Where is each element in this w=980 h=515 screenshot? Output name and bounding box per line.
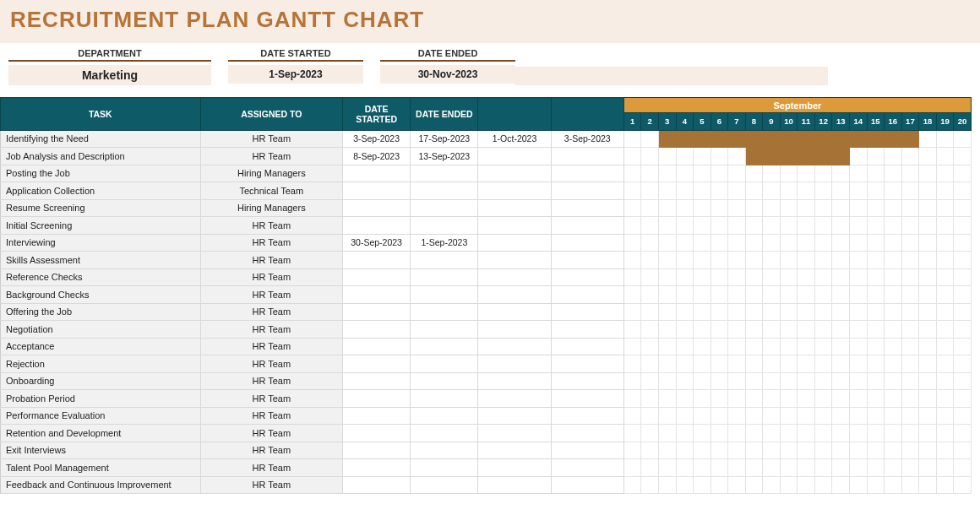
gantt-day-cell[interactable] bbox=[849, 321, 867, 339]
gantt-day-cell[interactable] bbox=[936, 390, 954, 408]
cell-date-started[interactable] bbox=[343, 442, 411, 459]
gantt-day-cell[interactable] bbox=[623, 234, 641, 252]
gantt-day-cell[interactable] bbox=[901, 199, 919, 217]
cell-extra2[interactable] bbox=[551, 321, 623, 339]
gantt-day-cell[interactable] bbox=[676, 268, 694, 286]
gantt-day-cell[interactable] bbox=[780, 372, 798, 390]
gantt-day-cell[interactable] bbox=[885, 165, 902, 182]
gantt-day-cell[interactable] bbox=[728, 407, 746, 425]
gantt-day-cell[interactable] bbox=[745, 130, 763, 148]
gantt-day-cell[interactable] bbox=[745, 407, 763, 425]
gantt-day-cell[interactable] bbox=[763, 407, 781, 425]
cell-extra1[interactable] bbox=[478, 217, 551, 235]
gantt-day-cell[interactable] bbox=[849, 217, 867, 235]
cell-extra1[interactable] bbox=[478, 372, 551, 390]
gantt-day-cell[interactable] bbox=[780, 476, 798, 494]
gantt-day-cell[interactable] bbox=[658, 407, 676, 425]
meta-value-department[interactable]: Marketing bbox=[8, 65, 211, 85]
gantt-day-cell[interactable] bbox=[954, 130, 972, 148]
gantt-day-cell[interactable] bbox=[919, 321, 937, 339]
cell-extra1[interactable] bbox=[478, 476, 551, 494]
cell-date-started[interactable] bbox=[343, 303, 411, 321]
gantt-day-cell[interactable] bbox=[814, 476, 832, 494]
table-row[interactable]: Identifying the NeedHR Team3-Sep-202317-… bbox=[1, 130, 972, 148]
gantt-day-cell[interactable] bbox=[901, 148, 919, 165]
gantt-day-cell[interactable] bbox=[885, 182, 902, 200]
gantt-day-cell[interactable] bbox=[814, 268, 832, 286]
gantt-day-cell[interactable] bbox=[780, 355, 798, 373]
gantt-day-cell[interactable] bbox=[710, 217, 728, 235]
gantt-day-cell[interactable] bbox=[936, 355, 954, 373]
gantt-day-cell[interactable] bbox=[901, 234, 919, 252]
gantt-day-cell[interactable] bbox=[676, 338, 694, 355]
table-row[interactable]: Initial ScreeningHR Team bbox=[1, 217, 972, 235]
gantt-day-cell[interactable] bbox=[745, 338, 763, 355]
cell-task[interactable]: Acceptance bbox=[1, 338, 201, 355]
gantt-day-cell[interactable] bbox=[919, 165, 937, 182]
cell-task[interactable]: Application Collection bbox=[1, 182, 201, 200]
gantt-day-cell[interactable] bbox=[885, 338, 902, 355]
gantt-day-cell[interactable] bbox=[832, 407, 850, 425]
gantt-day-cell[interactable] bbox=[676, 372, 694, 390]
gantt-day-cell[interactable] bbox=[641, 252, 659, 269]
gantt-day-cell[interactable] bbox=[919, 338, 937, 355]
gantt-day-cell[interactable] bbox=[676, 303, 694, 321]
gantt-day-cell[interactable] bbox=[763, 268, 781, 286]
gantt-day-cell[interactable] bbox=[849, 234, 867, 252]
gantt-day-cell[interactable] bbox=[676, 476, 694, 494]
gantt-day-cell[interactable] bbox=[832, 476, 850, 494]
gantt-day-cell[interactable] bbox=[814, 303, 832, 321]
gantt-day-cell[interactable] bbox=[658, 217, 676, 235]
gantt-day-cell[interactable] bbox=[832, 321, 850, 339]
gantt-day-cell[interactable] bbox=[710, 476, 728, 494]
table-row[interactable]: Background ChecksHR Team bbox=[1, 286, 972, 304]
table-row[interactable]: NegotiationHR Team bbox=[1, 321, 972, 339]
cell-assigned[interactable]: HR Team bbox=[200, 252, 342, 269]
cell-extra2[interactable] bbox=[551, 234, 623, 252]
cell-date-ended[interactable] bbox=[411, 390, 478, 408]
gantt-day-cell[interactable] bbox=[849, 476, 867, 494]
gantt-day-cell[interactable] bbox=[728, 321, 746, 339]
cell-assigned[interactable]: HR Team bbox=[200, 476, 342, 494]
gantt-day-cell[interactable] bbox=[676, 217, 694, 235]
cell-extra1[interactable] bbox=[478, 390, 551, 408]
gantt-day-cell[interactable] bbox=[814, 338, 832, 355]
gantt-day-cell[interactable] bbox=[885, 303, 902, 321]
cell-assigned[interactable]: HR Team bbox=[200, 338, 342, 355]
cell-extra1[interactable] bbox=[478, 425, 551, 442]
gantt-day-cell[interactable] bbox=[658, 182, 676, 200]
gantt-day-cell[interactable] bbox=[694, 321, 711, 339]
gantt-day-cell[interactable] bbox=[849, 338, 867, 355]
gantt-day-cell[interactable] bbox=[919, 459, 937, 477]
cell-date-ended[interactable] bbox=[411, 182, 478, 200]
gantt-day-cell[interactable] bbox=[763, 252, 781, 269]
cell-task[interactable]: Exit Interviews bbox=[1, 442, 201, 459]
gantt-day-cell[interactable] bbox=[745, 182, 763, 200]
gantt-day-cell[interactable] bbox=[763, 165, 781, 182]
gantt-day-cell[interactable] bbox=[763, 182, 781, 200]
gantt-day-cell[interactable] bbox=[936, 165, 954, 182]
gantt-day-cell[interactable] bbox=[849, 372, 867, 390]
cell-extra1[interactable] bbox=[478, 182, 551, 200]
gantt-day-cell[interactable] bbox=[954, 268, 972, 286]
gantt-day-cell[interactable] bbox=[763, 148, 781, 165]
cell-task[interactable]: Posting the Job bbox=[1, 165, 201, 182]
gantt-day-cell[interactable] bbox=[849, 148, 867, 165]
gantt-day-cell[interactable] bbox=[710, 459, 728, 477]
gantt-day-cell[interactable] bbox=[623, 459, 641, 477]
cell-date-started[interactable] bbox=[343, 321, 411, 339]
gantt-day-cell[interactable] bbox=[867, 130, 885, 148]
cell-assigned[interactable]: HR Team bbox=[200, 459, 342, 477]
cell-date-ended[interactable] bbox=[411, 217, 478, 235]
gantt-day-cell[interactable] bbox=[728, 286, 746, 304]
gantt-day-cell[interactable] bbox=[849, 442, 867, 459]
gantt-day-cell[interactable] bbox=[901, 252, 919, 269]
gantt-day-cell[interactable] bbox=[849, 182, 867, 200]
gantt-day-cell[interactable] bbox=[867, 234, 885, 252]
gantt-day-cell[interactable] bbox=[641, 442, 659, 459]
gantt-day-cell[interactable] bbox=[814, 390, 832, 408]
cell-assigned[interactable]: HR Team bbox=[200, 321, 342, 339]
gantt-day-cell[interactable] bbox=[936, 372, 954, 390]
cell-date-started[interactable] bbox=[343, 476, 411, 494]
cell-assigned[interactable]: HR Team bbox=[200, 407, 342, 425]
